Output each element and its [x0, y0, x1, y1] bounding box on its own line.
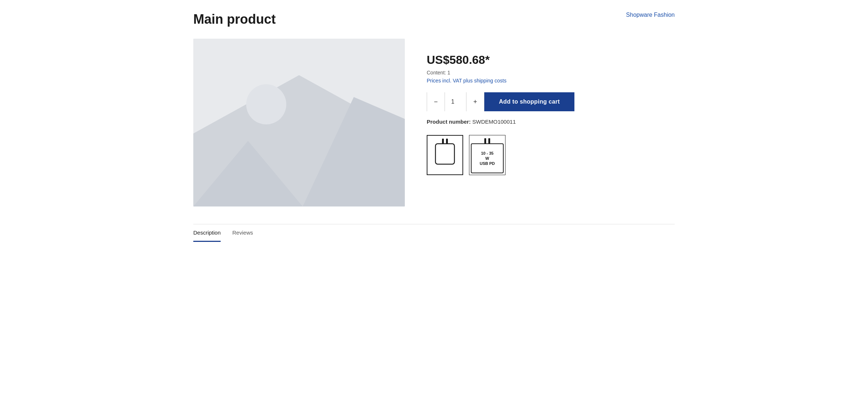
- quantity-control: − +: [427, 92, 484, 111]
- quantity-decrease-button[interactable]: −: [427, 92, 445, 111]
- svg-rect-9: [488, 138, 490, 143]
- product-section: US$580.68* Content: 1 Prices incl. VAT p…: [193, 39, 675, 206]
- store-link[interactable]: Shopware Fashion: [626, 12, 675, 18]
- add-to-cart-row: − + Add to shopping cart: [427, 92, 675, 111]
- product-image-placeholder: [193, 39, 405, 206]
- tabs-section: Description Reviews: [193, 224, 675, 242]
- variant-label-2: 10 - 35WUSB PD: [480, 151, 495, 166]
- product-price: US$580.68*: [427, 53, 675, 67]
- quantity-increase-button[interactable]: +: [466, 92, 484, 111]
- tab-reviews[interactable]: Reviews: [232, 224, 253, 242]
- svg-rect-7: [435, 144, 454, 164]
- svg-rect-8: [484, 138, 486, 143]
- add-to-cart-button[interactable]: Add to shopping cart: [484, 92, 574, 111]
- svg-point-4: [246, 84, 286, 124]
- tabs-row: Description Reviews: [193, 224, 675, 242]
- product-content: Content: 1: [427, 70, 675, 76]
- variant-options: 10 - 35WUSB PD: [427, 135, 675, 175]
- product-number: Product number: SWDEMO100011: [427, 119, 675, 125]
- product-image-area: [193, 39, 405, 206]
- product-number-value: SWDEMO100011: [472, 119, 516, 125]
- tab-description[interactable]: Description: [193, 224, 221, 242]
- charger-plain-icon: [434, 139, 456, 168]
- product-details: US$580.68* Content: 1 Prices incl. VAT p…: [427, 39, 675, 206]
- quantity-input[interactable]: [445, 92, 466, 111]
- svg-rect-6: [446, 139, 448, 144]
- placeholder-image-icon: [193, 39, 405, 206]
- vat-link[interactable]: Prices incl. VAT plus shipping costs: [427, 78, 675, 84]
- variant-card-2[interactable]: 10 - 35WUSB PD: [469, 135, 505, 175]
- svg-rect-5: [442, 139, 444, 144]
- page-title: Main product: [193, 12, 276, 27]
- top-bar: Main product Shopware Fashion: [193, 12, 675, 27]
- variant-card-1[interactable]: [427, 135, 463, 175]
- product-number-label: Product number:: [427, 119, 471, 125]
